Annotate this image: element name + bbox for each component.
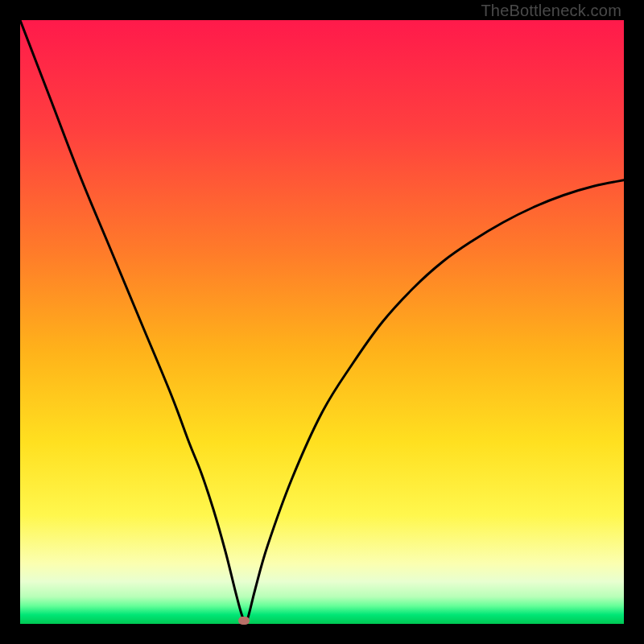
optimal-point-marker	[238, 617, 250, 625]
watermark-text: TheBottleneck.com	[481, 2, 621, 20]
bottleneck-curve	[20, 20, 624, 624]
plot-area	[20, 20, 624, 624]
